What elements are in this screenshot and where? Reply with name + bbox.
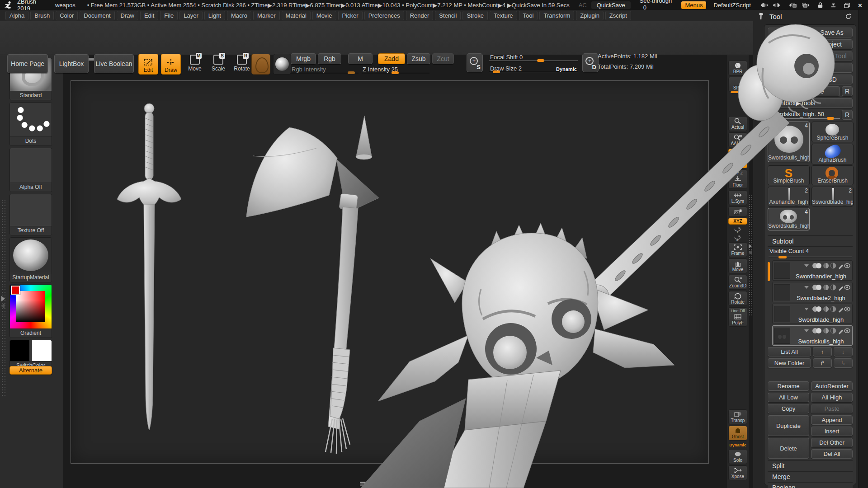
menus-toggle-button[interactable]: Menus bbox=[681, 1, 706, 9]
right-tray-divider[interactable] bbox=[749, 194, 752, 316]
menubar-item[interactable]: Zscript bbox=[605, 11, 631, 20]
tray-material[interactable]: StartupMaterial bbox=[9, 237, 52, 282]
shelf-transp[interactable]: Transp bbox=[728, 409, 747, 424]
shelf-solo[interactable]: Solo bbox=[728, 449, 747, 464]
menubar-item[interactable]: Draw bbox=[117, 11, 138, 20]
merge-section-header[interactable]: Merge bbox=[768, 471, 853, 482]
menubar-item[interactable]: Edit bbox=[140, 11, 158, 20]
menubar-item[interactable]: Alpha bbox=[5, 11, 28, 20]
subtool-row-icons[interactable] bbox=[803, 327, 850, 334]
delete-button[interactable]: Delete bbox=[768, 438, 809, 459]
tray-texture-off[interactable]: Texture Off bbox=[9, 194, 52, 235]
shelf-linefill[interactable]: Line Fill PolyF bbox=[728, 307, 747, 327]
shelf-rot-y[interactable] bbox=[728, 226, 747, 233]
append-button[interactable]: Append bbox=[811, 415, 853, 425]
lock-icon[interactable] bbox=[816, 1, 825, 9]
shelf-rotate[interactable]: Rotate bbox=[728, 291, 747, 306]
rgb-intensity-slider[interactable]: Rgb Intensity bbox=[291, 66, 359, 74]
Swordblade2_high[interactable]: Swordblade2_high bbox=[772, 282, 853, 302]
eraserbrush-tile[interactable]: EraserBrush bbox=[811, 165, 854, 185]
menubar-item[interactable]: Stencil bbox=[435, 11, 461, 20]
menubar-item[interactable]: Zplugin bbox=[576, 11, 604, 20]
mrgb-button[interactable]: Mrgb bbox=[291, 53, 316, 64]
scroll-down-icon[interactable] bbox=[388, 484, 393, 488]
Swordhandler_high[interactable]: Swordhandler_high bbox=[772, 260, 853, 281]
current-brush-preview[interactable] bbox=[251, 54, 270, 75]
sswordblade-tile[interactable]: 2 Sswordblade_hig bbox=[811, 187, 854, 206]
rename-button[interactable]: Rename bbox=[768, 381, 809, 391]
load-tool-button[interactable] bbox=[768, 28, 809, 38]
spherebrush-tile[interactable]: SphereBrush bbox=[811, 122, 854, 142]
move-to-folder-down-button[interactable]: ↳ bbox=[834, 358, 853, 368]
menubar-item[interactable]: Light bbox=[204, 11, 225, 20]
menubar-item[interactable]: Macro bbox=[227, 11, 251, 20]
shelf-rot-z[interactable] bbox=[728, 234, 747, 241]
visible-count-slider[interactable]: Visible Count 4 bbox=[769, 248, 852, 258]
shelf-zoom3d[interactable]: Zoom3D bbox=[728, 275, 747, 290]
live-boolean-button[interactable]: Live Boolean bbox=[94, 54, 134, 73]
canvas-bottom-scrollbar[interactable] bbox=[360, 482, 421, 487]
default-zscript-button[interactable]: DefaultZScript bbox=[711, 1, 753, 9]
zcut-button[interactable]: Zcut bbox=[432, 53, 454, 64]
alternate-color-button[interactable]: Alternate bbox=[9, 366, 52, 375]
subtool-title[interactable]: Subtool bbox=[768, 237, 853, 247]
copy-subtool-button[interactable]: Copy bbox=[768, 404, 809, 413]
panel-scroll-edge[interactable] bbox=[858, 10, 868, 488]
subtool-scrollbar[interactable] bbox=[768, 262, 770, 281]
shelf-aahalf[interactable]: AAHalf bbox=[728, 132, 747, 147]
restore-window-icon[interactable] bbox=[842, 1, 851, 9]
dynamic-draw-size-label[interactable]: Dynamic bbox=[556, 66, 577, 72]
shelf-frame[interactable]: Frame bbox=[728, 242, 747, 257]
shelf-cam-lock[interactable] bbox=[728, 206, 747, 216]
scale-mode-button[interactable]: S Scale bbox=[209, 55, 228, 75]
menubar-item[interactable]: Color bbox=[56, 11, 78, 20]
shelf-lsym[interactable]: L.Sym bbox=[728, 190, 747, 205]
tray-stroke-dots[interactable]: Dots bbox=[9, 102, 52, 146]
dynamic-d-button[interactable]: D bbox=[582, 53, 599, 72]
boolean-section-header[interactable]: Boolean bbox=[768, 482, 853, 488]
shelf-move[interactable]: Move bbox=[728, 258, 747, 273]
prev-document-icon[interactable] bbox=[787, 1, 797, 9]
project-button[interactable]: Project bbox=[811, 39, 853, 49]
shelf-xpose[interactable]: Xpose bbox=[728, 465, 747, 480]
active-tool-tile[interactable]: 4 Swordskulls_high bbox=[768, 122, 810, 162]
all-button[interactable] bbox=[768, 86, 788, 96]
simplebrush-tile[interactable]: S SimpleBrush bbox=[768, 165, 810, 185]
zadd-button[interactable]: Zadd bbox=[378, 53, 405, 64]
copy-tool-button[interactable] bbox=[768, 51, 809, 61]
shelf-ghost[interactable]: Ghost bbox=[728, 426, 747, 441]
stroke-curve-s-button[interactable]: S bbox=[467, 53, 483, 72]
menubar-item[interactable]: Stroke bbox=[462, 11, 488, 20]
subtool-row-icons[interactable] bbox=[803, 262, 850, 269]
menubar-item[interactable]: Transform bbox=[539, 11, 574, 20]
active-tool-slider[interactable]: Swordskulls_high. 50 bbox=[768, 110, 840, 120]
all-high-button[interactable]: All High bbox=[811, 393, 853, 402]
export-button[interactable]: Export bbox=[768, 63, 853, 73]
del-all-button[interactable]: Del All bbox=[811, 449, 853, 459]
subtool-down-button[interactable]: ↓ bbox=[834, 347, 853, 357]
move-mode-button[interactable]: M Move bbox=[185, 55, 204, 75]
subtool-row-icons[interactable] bbox=[803, 284, 850, 291]
del-other-button[interactable]: Del Other bbox=[811, 438, 853, 447]
Swordskulls_high[interactable]: Swordskulls_high bbox=[772, 325, 853, 346]
paste-subtool-button[interactable]: Paste bbox=[811, 404, 853, 413]
subtool-row-icons[interactable] bbox=[803, 305, 850, 313]
z-intensity-slider[interactable]: Z Intensity 25 bbox=[362, 66, 429, 74]
menubar-item[interactable]: Render bbox=[406, 11, 434, 20]
focal-shift-slider[interactable]: Focal Shift 0 bbox=[489, 54, 578, 62]
duplicate-button[interactable]: Duplicate bbox=[768, 415, 809, 436]
tray-color-gradient[interactable]: Gradient bbox=[9, 284, 52, 338]
Swordblade_high[interactable]: Swordblade_high bbox=[772, 304, 853, 324]
subtool-up-button[interactable]: ↑ bbox=[813, 347, 832, 357]
list-all-button[interactable]: List All bbox=[768, 347, 811, 357]
tray-alpha-off[interactable]: Alpha Off bbox=[9, 148, 52, 192]
shelf-floor[interactable]: X Y Z Floor bbox=[728, 169, 747, 189]
rgb-button[interactable]: Rgb bbox=[318, 53, 341, 64]
minimize-icon[interactable] bbox=[829, 1, 838, 9]
new-folder-button[interactable]: New Folder bbox=[768, 358, 811, 368]
split-section-header[interactable]: Split bbox=[768, 460, 853, 471]
menubar-item[interactable]: Picker bbox=[338, 11, 363, 20]
menubar-item[interactable]: Tool bbox=[519, 11, 538, 20]
active-tool-slider-handle[interactable] bbox=[827, 117, 834, 120]
menubar-item[interactable]: Marker bbox=[253, 11, 279, 20]
